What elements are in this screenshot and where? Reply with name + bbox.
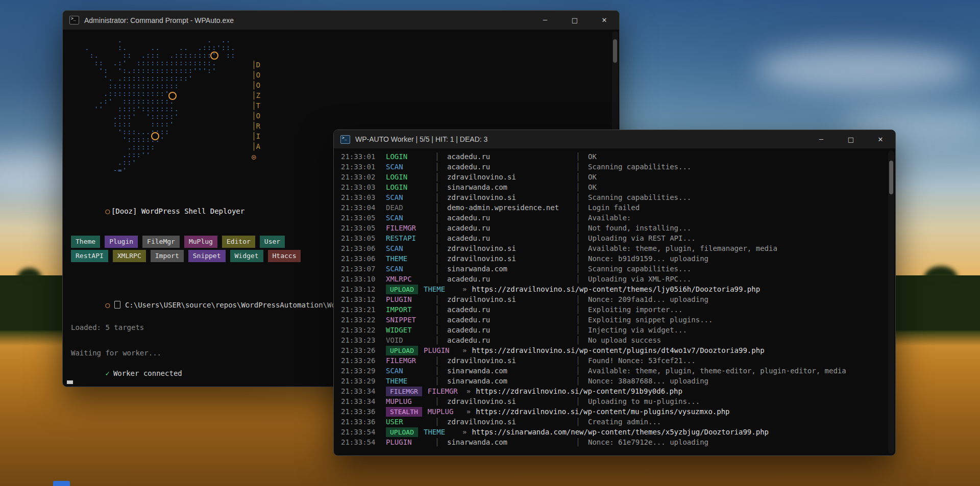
log-message: Login failed bbox=[588, 202, 883, 213]
log-action: SCAN bbox=[386, 366, 435, 376]
column-separator: │ bbox=[435, 437, 447, 447]
worker-terminal[interactable]: 21:33:01LOGIN│acadedu.ru│OK21:33:01SCAN│… bbox=[334, 148, 895, 455]
close-button[interactable]: ✕ bbox=[590, 11, 619, 30]
log-target: sinarwanda.com bbox=[447, 182, 576, 192]
log-message: Available: theme, plugin, theme-editor, … bbox=[588, 366, 883, 376]
scrollbar-thumb[interactable] bbox=[613, 39, 617, 63]
log-time: 21:33:03 bbox=[341, 182, 386, 192]
column-separator: │ bbox=[435, 202, 447, 213]
column-separator: │ bbox=[576, 274, 588, 284]
cmd-titlebar[interactable]: Administrator: Command Prompt - WPAuto.e… bbox=[63, 11, 619, 30]
log-target: zdravilnovino.si bbox=[447, 253, 576, 264]
log-time: 21:33:21 bbox=[341, 304, 386, 315]
close-button[interactable]: ✕ bbox=[866, 130, 895, 148]
log-target: acadedu.ru bbox=[447, 325, 576, 335]
module-chip: User bbox=[260, 236, 285, 248]
column-separator: │ bbox=[576, 253, 588, 264]
vertical-label-letter: │O bbox=[252, 111, 260, 121]
log-time: 21:33:05 bbox=[341, 223, 386, 233]
log-row: 21:33:36USER│zdravilnovino.si│Creating a… bbox=[341, 417, 883, 427]
column-separator: │ bbox=[576, 294, 588, 304]
taskbar-fragment[interactable] bbox=[53, 481, 70, 486]
minimize-button[interactable]: ─ bbox=[530, 11, 560, 30]
column-separator: │ bbox=[435, 355, 447, 366]
log-row: 21:33:26FILEMGR│zdravilnovino.si│Found! … bbox=[341, 355, 883, 366]
log-target: zdravilnovino.si bbox=[447, 417, 576, 427]
status-badge: UPLOAD bbox=[386, 346, 418, 355]
log-tag: PLUGIN bbox=[424, 345, 461, 355]
log-row: 21:33:05RESTAPI│acadedu.ru│Uploading via… bbox=[341, 233, 883, 243]
log-tag: THEME bbox=[424, 284, 461, 294]
log-time: 21:33:34 bbox=[341, 396, 386, 406]
log-time: 21:33:29 bbox=[341, 376, 386, 386]
column-separator: │ bbox=[435, 376, 447, 386]
bullet-icon: ◯ bbox=[105, 207, 109, 215]
log-time: 21:33:05 bbox=[341, 213, 386, 223]
log-message: OK bbox=[588, 151, 883, 162]
column-separator: │ bbox=[576, 366, 588, 376]
worker-scrollbar[interactable] bbox=[888, 150, 894, 454]
scrollbar-thumb[interactable] bbox=[889, 161, 893, 194]
module-chip: XMLRPC bbox=[113, 250, 146, 262]
column-separator: │ bbox=[576, 233, 588, 243]
terminal-icon bbox=[340, 135, 350, 144]
maximize-button[interactable]: □ bbox=[560, 11, 590, 30]
log-message: Uploading via REST API... bbox=[588, 233, 883, 243]
module-chip: Theme bbox=[71, 236, 100, 248]
log-message: No upload success bbox=[588, 335, 883, 345]
column-separator: │ bbox=[576, 213, 588, 223]
log-action: LOGIN bbox=[386, 151, 435, 162]
connected-text: Worker connected bbox=[113, 369, 182, 377]
log-row: 21:33:06THEME│zdravilnovino.si│Nonce: b9… bbox=[341, 253, 883, 264]
column-separator: │ bbox=[435, 182, 447, 192]
module-chip: Import bbox=[151, 250, 184, 262]
vertical-label-letter: │A bbox=[252, 141, 260, 151]
column-separator: │ bbox=[576, 437, 588, 447]
column-separator: │ bbox=[435, 315, 447, 325]
log-action: SCAN bbox=[386, 264, 435, 274]
column-separator: │ bbox=[435, 213, 447, 223]
module-chip: FileMgr bbox=[142, 236, 180, 248]
log-target: zdravilnovino.si bbox=[447, 294, 576, 304]
maximize-button[interactable]: □ bbox=[836, 130, 866, 148]
log-row: 21:33:29SCAN│sinarwanda.com│Available: t… bbox=[341, 366, 883, 376]
vertical-label-letter: │O bbox=[252, 70, 260, 80]
log-action: SCAN bbox=[386, 213, 435, 223]
log-time: 21:33:26 bbox=[341, 355, 386, 366]
column-separator: │ bbox=[435, 325, 447, 335]
log-row: 21:33:07SCAN│sinarwanda.com│Scanning cap… bbox=[341, 264, 883, 274]
column-separator: │ bbox=[576, 315, 588, 325]
status-badge: FILEMGR bbox=[386, 387, 422, 396]
arrow-icon: » bbox=[467, 406, 471, 417]
vertical-label-letter: │I bbox=[252, 131, 260, 141]
arrow-icon: » bbox=[467, 386, 471, 396]
cursor-block bbox=[67, 380, 73, 384]
column-separator: │ bbox=[435, 253, 447, 264]
log-row: 21:33:21IMPORT│acadedu.ru│Exploiting imp… bbox=[341, 304, 883, 315]
log-action: VOID bbox=[386, 335, 435, 345]
column-separator: │ bbox=[435, 274, 447, 284]
log-action: THEME bbox=[386, 253, 435, 264]
log-time: 21:33:23 bbox=[341, 335, 386, 345]
log-time: 21:33:29 bbox=[341, 366, 386, 376]
worker-titlebar[interactable]: WP-AUTO Worker | 5/5 | HIT: 1 | DEAD: 3 … bbox=[334, 130, 895, 148]
minimize-button[interactable]: ─ bbox=[806, 130, 836, 148]
target-path: C:\Users\USER\source\repos\WordPressAuto… bbox=[125, 301, 345, 309]
log-action: PLUGIN bbox=[386, 294, 435, 304]
module-chip: Snippet bbox=[188, 250, 226, 262]
column-separator: │ bbox=[576, 202, 588, 213]
log-action: LOGIN bbox=[386, 182, 435, 192]
log-row: 21:33:54UPLOADTHEME»https://sinarwanda.c… bbox=[341, 427, 883, 437]
log-time: 21:33:34 bbox=[341, 386, 386, 396]
log-row: 21:33:06SCAN│zdravilnovino.si│Available:… bbox=[341, 243, 883, 253]
column-separator: │ bbox=[576, 223, 588, 233]
log-action: MUPLUG bbox=[386, 396, 435, 406]
log-url: https://zdravilnovino.si/wp-content/plug… bbox=[472, 345, 764, 355]
log-message: Found! Nonce: 53fcef21... bbox=[588, 355, 883, 366]
log-row: 21:33:10XMLRPC│acadedu.ru│Uploading via … bbox=[341, 274, 883, 284]
column-separator: │ bbox=[435, 223, 447, 233]
log-action: SCAN bbox=[386, 192, 435, 202]
column-separator: │ bbox=[435, 335, 447, 345]
banner-text: [Dooz] WordPress Shell Deployer bbox=[111, 207, 244, 215]
log-time: 21:33:01 bbox=[341, 162, 386, 172]
